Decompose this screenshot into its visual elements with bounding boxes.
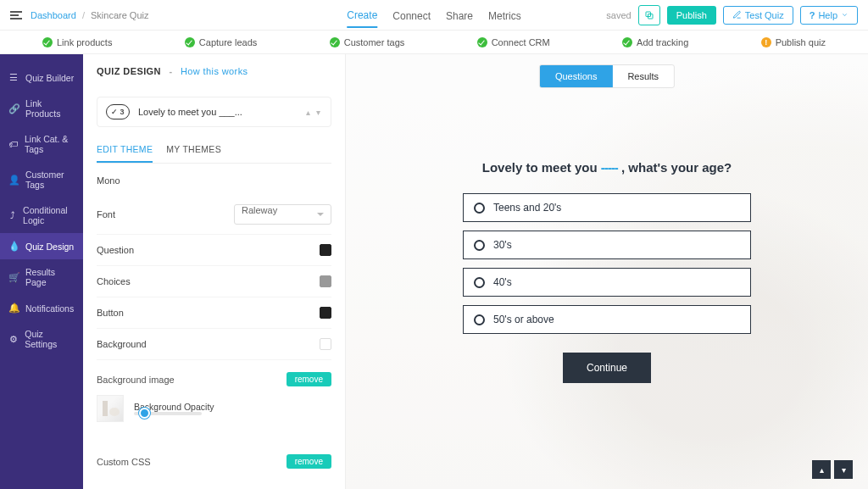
tab-metrics[interactable]: Metrics	[488, 3, 521, 27]
radio-icon	[474, 314, 485, 325]
list-icon: ☰	[8, 72, 19, 83]
test-quiz-button[interactable]: Test Quiz	[723, 6, 793, 25]
question-color-swatch[interactable]	[320, 244, 331, 256]
question-pill: ✓3	[106, 104, 130, 119]
choices-color-swatch[interactable]	[320, 275, 331, 287]
gear-icon: ⚙	[8, 334, 18, 345]
user-icon: 👤	[8, 175, 19, 186]
button-color-label: Button	[97, 308, 124, 318]
quiz-option[interactable]: 30's	[463, 231, 751, 259]
check-icon	[477, 37, 487, 47]
question-selector-title: Lovely to meet you ___...	[138, 107, 242, 117]
quiz-option[interactable]: 50's or above	[463, 305, 751, 334]
duplicate-button[interactable]	[638, 5, 660, 25]
quiz-option[interactable]: Teens and 20's	[463, 193, 751, 222]
tab-connect[interactable]: Connect	[392, 3, 431, 27]
question-color-label: Question	[97, 245, 134, 255]
sidebar-item-notifications[interactable]: 🔔Notifications	[0, 295, 83, 321]
cart-icon: 🛒	[8, 272, 19, 283]
sidebar-item-conditional-logic[interactable]: ⤴Conditional Logic	[0, 197, 83, 233]
drop-icon: 💧	[8, 241, 19, 252]
how-this-works-link[interactable]: How this works	[181, 66, 248, 76]
step-publish-quiz[interactable]: !Publish quiz	[761, 37, 826, 47]
check-icon	[622, 37, 632, 47]
radio-icon	[474, 240, 485, 251]
step-capture-leads[interactable]: Capture leads	[185, 37, 258, 47]
custom-css-label: Custom CSS	[97, 457, 151, 467]
sidebar-item-quiz-design[interactable]: 💧Quiz Design	[0, 233, 83, 259]
step-add-tracking[interactable]: Add tracking	[622, 37, 688, 47]
background-color-swatch[interactable]	[320, 338, 331, 350]
question-selector[interactable]: ✓3 Lovely to meet you ___... ▴ ▾	[97, 97, 331, 127]
remove-custom-css-button[interactable]: remove	[287, 454, 331, 469]
tab-edit-theme[interactable]: EDIT THEME	[97, 144, 153, 163]
saved-indicator: saved	[606, 10, 631, 20]
continue-button[interactable]: Continue	[563, 353, 651, 383]
font-select[interactable]: Raleway	[234, 204, 331, 225]
hamburger-icon[interactable]	[10, 9, 24, 21]
bell-icon: 🔔	[8, 303, 19, 314]
sidebar-item-customer-tags[interactable]: 👤Customer Tags	[0, 162, 83, 197]
button-color-swatch[interactable]	[320, 307, 331, 319]
tab-share[interactable]: Share	[446, 3, 473, 27]
remove-bg-image-button[interactable]: remove	[287, 372, 331, 386]
publish-button[interactable]: Publish	[667, 6, 716, 25]
warning-icon: !	[761, 37, 771, 47]
prev-question-button[interactable]: ▴	[812, 460, 831, 479]
background-image-label: Background image	[97, 375, 175, 385]
panel-title: QUIZ DESIGN	[97, 66, 161, 76]
tab-my-themes[interactable]: MY THEMES	[166, 144, 221, 163]
sidebar-item-results-page[interactable]: 🛒Results Page	[0, 259, 83, 295]
quiz-question-text: Lovely to meet you ----- , what's your a…	[482, 160, 732, 175]
font-label: Font	[97, 209, 115, 219]
check-icon	[42, 37, 53, 47]
quiz-option[interactable]: 40's	[463, 268, 751, 297]
breadcrumb: Dashboard / Skincare Quiz	[31, 10, 149, 20]
background-color-label: Background	[97, 339, 147, 349]
bg-image-thumbnail[interactable]	[97, 395, 124, 422]
question-selector-arrows[interactable]: ▴ ▾	[306, 108, 322, 117]
slider-knob[interactable]	[139, 408, 150, 419]
next-question-button[interactable]: ▾	[834, 460, 853, 479]
check-icon	[330, 37, 340, 47]
help-button[interactable]: ? Help	[800, 6, 858, 25]
sidebar-item-quiz-settings[interactable]: ⚙Quiz Settings	[0, 321, 83, 357]
radio-icon	[474, 277, 485, 288]
link-icon: 🔗	[8, 103, 19, 114]
tab-create[interactable]: Create	[347, 3, 377, 28]
theme-name: Mono	[97, 175, 120, 186]
tag-icon: 🏷	[8, 139, 18, 149]
breadcrumb-dashboard[interactable]: Dashboard	[31, 10, 76, 20]
bg-opacity-slider[interactable]	[134, 412, 202, 415]
step-link-products[interactable]: Link products	[42, 37, 112, 47]
radio-icon	[474, 203, 485, 214]
choices-color-label: Choices	[97, 276, 131, 286]
sidebar-item-quiz-builder[interactable]: ☰Quiz Builder	[0, 64, 83, 91]
step-connect-crm[interactable]: Connect CRM	[477, 37, 550, 47]
sidebar-item-link-products[interactable]: 🔗Link Products	[0, 91, 83, 126]
sidebar-item-link-cat-tags[interactable]: 🏷Link Cat. & Tags	[0, 126, 83, 162]
step-customer-tags[interactable]: Customer tags	[330, 37, 405, 47]
breadcrumb-current: Skincare Quiz	[91, 10, 148, 20]
check-icon	[185, 37, 195, 47]
branch-icon: ⤴	[8, 210, 16, 220]
